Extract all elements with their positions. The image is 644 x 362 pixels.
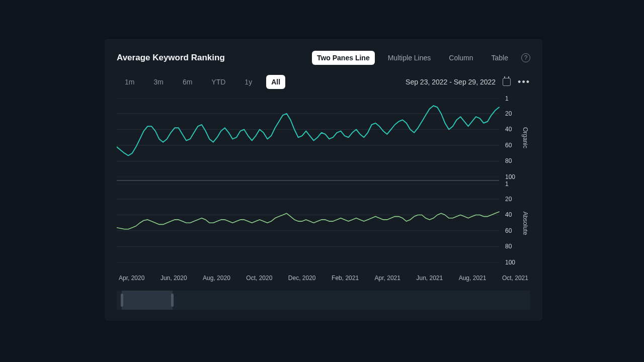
x-tick: Jun, 2021 xyxy=(416,275,443,282)
panel-subheader: 1m3m6mYTD1yAll Sep 23, 2022 - Sep 29, 20… xyxy=(117,73,530,90)
svg-text:100: 100 xyxy=(505,173,515,180)
brush-handle-right[interactable] xyxy=(171,294,174,307)
svg-text:20: 20 xyxy=(505,110,512,117)
svg-text:1: 1 xyxy=(505,180,509,188)
brush-selection[interactable] xyxy=(122,291,173,310)
svg-text:40: 40 xyxy=(505,211,512,218)
x-tick: Oct, 2020 xyxy=(246,275,272,282)
chart-svg: 120406080100Organic 120406080100Absolute xyxy=(117,96,529,272)
x-tick: Oct, 2021 xyxy=(502,275,528,282)
x-axis: Apr, 2020Jun, 2020Aug, 2020Oct, 2020Dec,… xyxy=(117,275,530,282)
time-brush[interactable] xyxy=(117,291,530,310)
x-tick: Feb, 2021 xyxy=(332,275,359,282)
range-3m[interactable]: 3m xyxy=(148,75,168,89)
panel-header: Average Keyword Ranking Two Panes LineMu… xyxy=(117,49,530,66)
svg-text:20: 20 xyxy=(505,196,512,203)
svg-text:100: 100 xyxy=(505,259,515,266)
x-tick: Jun, 2020 xyxy=(160,275,187,282)
date-range-text: Sep 23, 2022 - Sep 29, 2022 xyxy=(406,78,496,86)
svg-text:60: 60 xyxy=(505,142,512,149)
range-6m[interactable]: 6m xyxy=(178,75,197,89)
calendar-icon[interactable] xyxy=(503,78,511,86)
more-menu-icon[interactable]: ••• xyxy=(518,80,530,84)
x-tick: Aug, 2020 xyxy=(203,275,230,282)
view-switcher: Two Panes LineMultiple LinesColumnTable … xyxy=(312,51,530,65)
svg-text:80: 80 xyxy=(505,157,512,164)
svg-text:1: 1 xyxy=(505,96,509,102)
svg-text:40: 40 xyxy=(505,126,512,133)
time-range-switcher: 1m3m6mYTD1yAll xyxy=(117,75,285,89)
panel-title: Average Keyword Ranking xyxy=(117,53,225,63)
view-tab-two-panes-line[interactable]: Two Panes Line xyxy=(312,51,375,65)
view-tab-multiple-lines[interactable]: Multiple Lines xyxy=(383,51,436,65)
svg-text:Absolute: Absolute xyxy=(522,212,529,235)
x-tick: Apr, 2020 xyxy=(119,275,144,282)
brush-handle-left[interactable] xyxy=(121,294,123,307)
range-1m[interactable]: 1m xyxy=(120,75,139,89)
help-icon[interactable]: ? xyxy=(521,53,530,62)
x-tick: Apr, 2021 xyxy=(375,275,400,282)
chart-panel: Average Keyword Ranking Two Panes LineMu… xyxy=(105,39,542,321)
svg-text:60: 60 xyxy=(505,227,512,234)
view-tab-table[interactable]: Table xyxy=(487,51,513,65)
range-1y[interactable]: 1y xyxy=(239,75,257,89)
date-range-block: Sep 23, 2022 - Sep 29, 2022 ••• xyxy=(406,78,530,86)
view-tab-column[interactable]: Column xyxy=(444,51,478,65)
range-all[interactable]: All xyxy=(266,75,285,89)
x-tick: Aug, 2021 xyxy=(459,275,487,282)
chart-area: 120406080100Organic 120406080100Absolute xyxy=(117,96,530,272)
svg-text:80: 80 xyxy=(505,243,512,250)
svg-text:Organic: Organic xyxy=(522,127,529,148)
range-ytd[interactable]: YTD xyxy=(206,75,230,89)
x-tick: Dec, 2020 xyxy=(288,275,316,282)
